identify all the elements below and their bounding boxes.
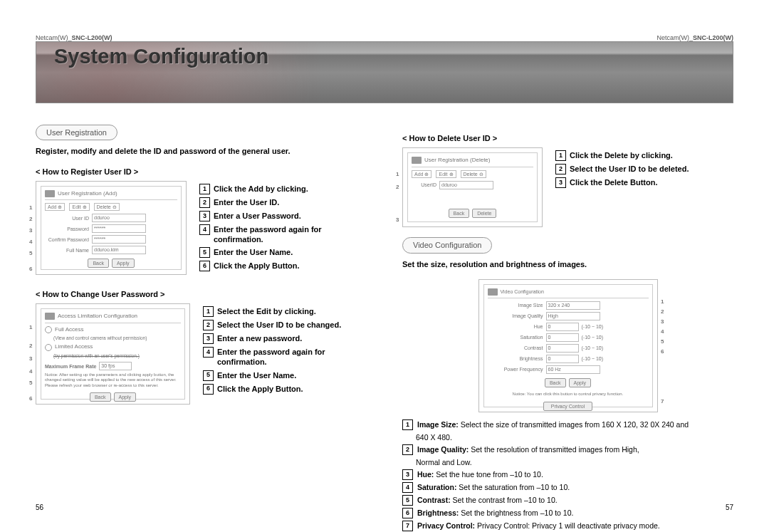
tab-delete: Delete ⊖	[461, 170, 486, 178]
header-left: Netcam(W)_SNC-L200(W)	[36, 34, 113, 43]
section-pill-video: Video Configuration	[402, 237, 492, 253]
camera-icon	[412, 157, 422, 164]
section-pill-user-reg: User Registration	[36, 125, 117, 140]
section-intro: Register, modify and delete the ID and p…	[36, 146, 367, 156]
figure-video: Video Configuration Image Size320 x 240 …	[478, 279, 658, 412]
subhead-register: < How to Register User ID >	[36, 167, 367, 177]
steps-register: 1Click the Add by clicking. 2Enter the U…	[199, 181, 367, 275]
video-item-list: 1Image Size: Select the size of transmit…	[402, 419, 733, 532]
tab-add: Add ⊕	[412, 170, 431, 178]
tab-delete: Delete ⊖	[94, 203, 120, 211]
tab-edit: Edit ⊕	[436, 170, 456, 178]
figure-register: User Registration (Add) Add ⊕ Edit ⊕ Del…	[36, 181, 187, 275]
steps-delete: 1Click the Delete by clicking. 2Select t…	[555, 147, 733, 227]
page-number-right: 57	[726, 503, 733, 512]
page-right: Netcam(W)_SNC-L200(W) < How to Delete Us…	[384, 0, 733, 532]
video-intro: Set the size, resolution and brightness …	[402, 259, 733, 269]
page-left: Netcam(W)_SNC-L200(W) User Registration …	[36, 0, 384, 532]
header-right: Netcam(W)_SNC-L200(W)	[656, 34, 733, 43]
steps-change: 1Select the Edit by clicking. 2Select th…	[203, 303, 367, 405]
camera-icon	[45, 313, 55, 320]
tab-edit: Edit ⊕	[69, 203, 89, 211]
page-number-left: 56	[36, 503, 43, 512]
manual-spread: System Configuration Netcam(W)_SNC-L200(…	[0, 0, 769, 532]
camera-icon	[45, 190, 55, 197]
tab-add: Add ⊕	[45, 203, 65, 211]
camera-icon	[488, 288, 498, 296]
subhead-change: < How to Change User Password >	[36, 289, 367, 299]
figure-change: Access Limitation Configuration Full Acc…	[36, 303, 190, 405]
figure-delete: User Registration (Delete) Add ⊕ Edit ⊕ …	[402, 147, 543, 227]
subhead-delete: < How to Delete User ID >	[402, 133, 733, 143]
